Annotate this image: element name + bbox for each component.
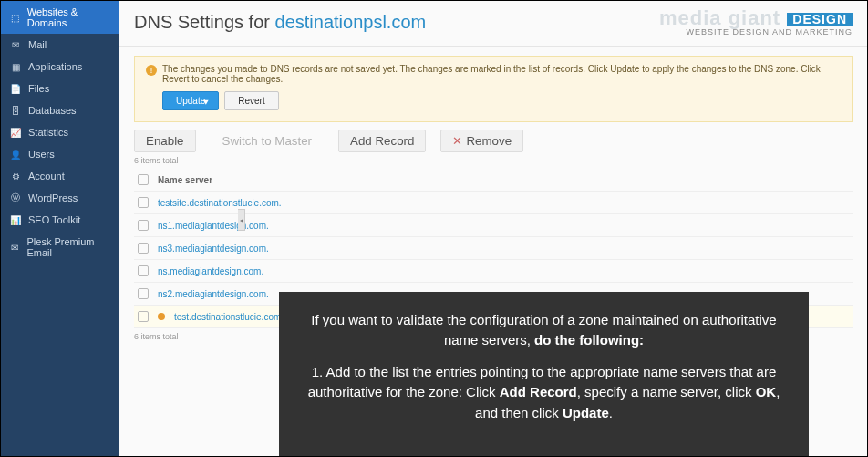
nav-label: Mail (28, 39, 46, 50)
row-checkbox[interactable] (138, 197, 149, 208)
nameserver-link[interactable]: ns3.mediagiantdesign.com. (158, 244, 269, 254)
remove-label: Remove (466, 134, 512, 148)
title-domain: destinationpsl.com (275, 12, 427, 32)
nav-wordpress-icon: ⓦ (10, 192, 21, 203)
remove-button[interactable]: ✕Remove (440, 130, 523, 152)
records-toolbar: Enable Switch to Master Add Record ✕Remo… (134, 130, 852, 152)
nav-premium-email-icon: ✉ (10, 242, 20, 253)
nav-users[interactable]: 👤Users (1, 143, 119, 165)
warning-icon: ! (146, 65, 157, 76)
cursor-icon (200, 99, 209, 108)
nav-label: SEO Toolkit (28, 214, 80, 225)
nav-users-icon: 👤 (10, 149, 21, 160)
row-checkbox[interactable] (138, 243, 149, 254)
notice-message: The changes you made to DNS records are … (162, 64, 841, 84)
row-checkbox[interactable] (138, 265, 149, 276)
page-title: DNS Settings for destinationpsl.com (134, 12, 426, 33)
nav-mail-icon: ✉ (10, 39, 21, 50)
nav-websites-domains-icon: ⬚ (10, 12, 20, 23)
nav-databases[interactable]: 🗄Databases (1, 99, 119, 121)
nav-files-icon: 📄 (10, 83, 21, 94)
nav-premium-email[interactable]: ✉Plesk Premium Email (1, 231, 119, 264)
unsaved-changes-notice: ! The changes you made to DNS records ar… (134, 56, 852, 122)
nav-label: Statistics (28, 127, 68, 138)
brand-tagline: WEBSITE DESIGN AND MARKETING (659, 28, 852, 36)
brand-badge: DESIGN (787, 13, 852, 26)
brand-block: media giant DESIGN WEBSITE DESIGN AND MA… (659, 8, 852, 36)
switch-master-button: Switch to Master (211, 130, 325, 152)
page-header: DNS Settings for destinationpsl.com medi… (119, 1, 867, 47)
row-checkbox[interactable] (138, 220, 149, 231)
nav-label: Plesk Premium Email (27, 236, 111, 258)
nav-label: Databases (28, 105, 77, 116)
row-checkbox[interactable] (138, 288, 149, 299)
nav-files[interactable]: 📄Files (1, 78, 119, 99)
nameserver-link[interactable]: ns1.mediagiantdesign.com. (158, 221, 269, 231)
table-header: Name server (134, 169, 852, 192)
brand-text: media giant (659, 6, 780, 29)
row-checkbox[interactable] (138, 311, 149, 322)
table-row: ns.mediagiantdesign.com. (134, 260, 852, 283)
enable-button[interactable]: Enable (134, 130, 196, 152)
brand-name: media giant DESIGN (659, 8, 852, 28)
sidebar-collapse-handle[interactable]: ◂ (238, 209, 245, 231)
nameserver-link[interactable]: ns.mediagiantdesign.com. (158, 266, 264, 276)
sidebar: ⬚Websites & Domains✉Mail▦Applications📄Fi… (1, 1, 119, 456)
nav-databases-icon: 🗄 (10, 105, 21, 116)
nav-applications[interactable]: ▦Applications (1, 56, 119, 78)
new-record-icon (158, 313, 165, 320)
table-row: ns3.mediagiantdesign.com. (134, 237, 852, 260)
nav-statistics-icon: 📈 (10, 127, 21, 138)
title-prefix: DNS Settings for (134, 12, 275, 32)
help-overlay: If you want to validate the configuratio… (279, 292, 809, 457)
nav-seo-toolkit[interactable]: 📊SEO Toolkit (1, 209, 119, 231)
nav-seo-toolkit-icon: 📊 (10, 214, 21, 225)
nav-statistics[interactable]: 📈Statistics (1, 121, 119, 143)
nav-applications-icon: ▦ (10, 61, 21, 72)
col-nameserver: Name server (158, 175, 212, 185)
nav-account-icon: ⚙ (10, 171, 21, 182)
update-button[interactable]: Update (162, 91, 219, 110)
help-paragraph-2: 1. Add to the list the entries pointing … (306, 362, 781, 424)
nav-websites-domains[interactable]: ⬚Websites & Domains (1, 1, 119, 34)
nav-account[interactable]: ⚙Account (1, 165, 119, 187)
add-record-button[interactable]: Add Record (338, 130, 426, 152)
nameserver-link[interactable]: test.destinationstlucie.com. (174, 312, 284, 322)
nav-label: Websites & Domains (27, 6, 110, 28)
nameserver-link[interactable]: ns2.mediagiantdesign.com. (158, 289, 269, 299)
nameserver-link[interactable]: testsite.destinationstlucie.com. (158, 198, 282, 208)
help-paragraph-1: If you want to validate the configuratio… (306, 310, 781, 351)
nav-wordpress[interactable]: ⓦWordPress (1, 187, 119, 209)
nav-label: Files (28, 83, 49, 94)
select-all-checkbox[interactable] (138, 174, 149, 185)
nav-label: Account (28, 171, 65, 182)
nav-label: Users (28, 149, 55, 160)
nav-mail[interactable]: ✉Mail (1, 34, 119, 56)
main-content: DNS Settings for destinationpsl.com medi… (119, 1, 867, 456)
remove-x-icon: ✕ (452, 134, 462, 148)
items-count-top: 6 items total (134, 156, 852, 165)
nav-label: WordPress (28, 192, 78, 203)
nav-label: Applications (28, 61, 82, 72)
revert-button[interactable]: Revert (224, 91, 278, 110)
